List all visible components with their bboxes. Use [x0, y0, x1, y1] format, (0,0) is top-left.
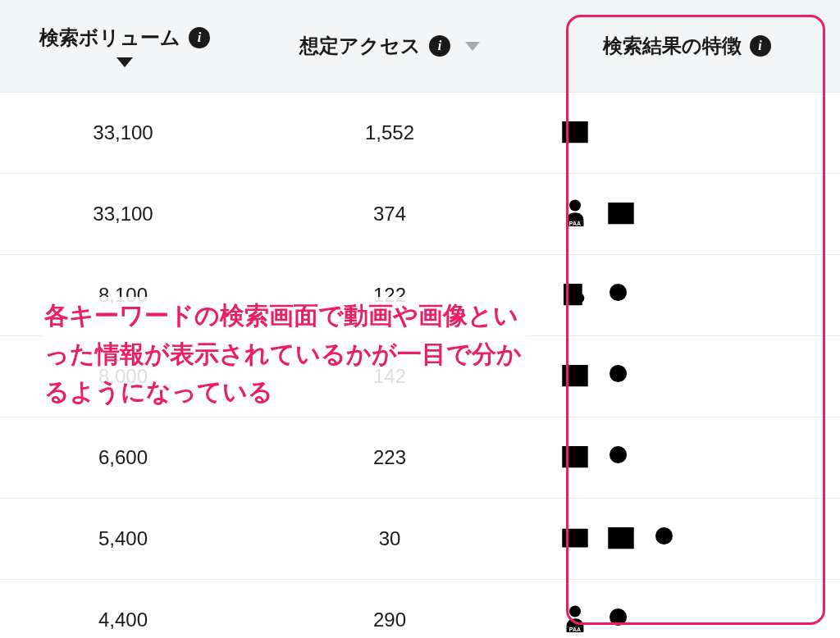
- sort-desc-icon[interactable]: [116, 57, 133, 67]
- header-features[interactable]: 検索結果の特徴 i: [533, 0, 840, 93]
- cell-features: [533, 255, 840, 336]
- table-row: 33,100374: [0, 174, 840, 255]
- cell-volume: 5,400: [0, 499, 246, 580]
- info-icon[interactable]: i: [189, 27, 210, 48]
- cell-access: 290: [246, 580, 533, 639]
- header-access-label: 想定アクセス: [299, 33, 421, 59]
- paa-result-icon[interactable]: [558, 603, 592, 637]
- cell-volume: 4,400: [0, 580, 246, 639]
- header-volume[interactable]: 検索ボリューム i: [0, 0, 246, 93]
- table-row: 8,100122: [0, 255, 840, 336]
- image-result-icon[interactable]: [558, 440, 592, 475]
- magnify-icon[interactable]: [604, 603, 638, 637]
- magnify-icon[interactable]: [604, 440, 638, 475]
- cell-features: [533, 499, 840, 580]
- table-row: 33,1001,552: [0, 93, 840, 174]
- image-result-icon[interactable]: [558, 359, 592, 394]
- cell-access: 223: [246, 417, 533, 499]
- paa-result-icon[interactable]: [558, 197, 592, 231]
- cell-features: [533, 580, 840, 639]
- cell-access: 142: [246, 336, 533, 417]
- table-row: 4,400290: [0, 580, 840, 639]
- cell-volume: 8,000: [0, 336, 246, 417]
- magnify-icon[interactable]: [604, 278, 638, 312]
- cell-features: [533, 336, 840, 417]
- video-result-icon[interactable]: [558, 522, 592, 556]
- cell-access: 122: [246, 255, 533, 336]
- cell-features: [533, 93, 840, 174]
- table-row: 5,40030: [0, 499, 840, 580]
- cell-volume: 6,600: [0, 417, 246, 499]
- cell-volume: 33,100: [0, 174, 246, 255]
- cell-volume: 8,100: [0, 255, 246, 336]
- doc-search-icon[interactable]: [558, 278, 592, 312]
- sort-icon[interactable]: [465, 42, 480, 51]
- table-row: 6,600223: [0, 417, 840, 499]
- keyword-table: 検索ボリューム i 想定アクセス i 検索結果の特徴 i: [0, 0, 840, 638]
- image-result-icon[interactable]: [558, 116, 592, 150]
- image-result-icon[interactable]: [604, 197, 638, 231]
- header-volume-label: 検索ボリューム: [39, 25, 180, 51]
- cell-access: 30: [246, 499, 533, 580]
- info-icon[interactable]: i: [429, 35, 450, 57]
- info-icon[interactable]: i: [750, 35, 771, 57]
- image-result-icon[interactable]: [604, 522, 638, 556]
- magnify-icon[interactable]: [604, 359, 638, 394]
- header-access[interactable]: 想定アクセス i: [246, 0, 533, 93]
- magnify-icon[interactable]: [650, 522, 684, 556]
- header-features-label: 検索結果の特徴: [603, 33, 742, 59]
- cell-features: [533, 174, 840, 255]
- cell-features: [533, 417, 840, 499]
- cell-access: 374: [246, 174, 533, 255]
- cell-access: 1,552: [246, 93, 533, 174]
- cell-volume: 33,100: [0, 93, 246, 174]
- table-row: 8,000142: [0, 336, 840, 417]
